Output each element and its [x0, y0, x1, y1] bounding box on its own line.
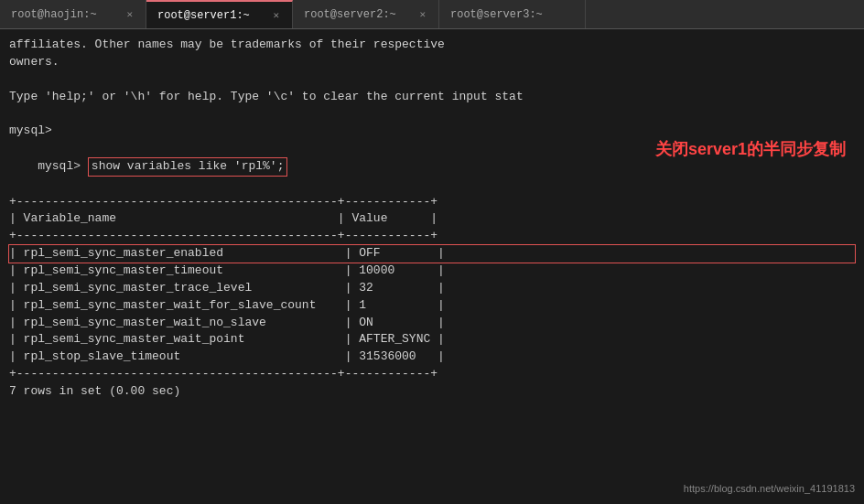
terminal-line-4: Type 'help;' or '\h' for help. Type '\c'… [9, 89, 855, 106]
table-header-row: | Variable_name | Value | [9, 210, 855, 228]
mysql-command: show variables like 'rpl%'; [88, 157, 288, 177]
tab-haojin-close[interactable]: ✕ [124, 8, 135, 20]
tab-server3[interactable]: root@server3:~ [439, 0, 586, 28]
table-sep-3: +---------------------------------------… [9, 366, 855, 383]
table-sep-2: +---------------------------------------… [9, 228, 855, 245]
table-row-5: | rpl_stop_slave_timeout | 31536000 | [9, 349, 855, 366]
table-row-4: | rpl_semi_sync_master_wait_point | AFTE… [9, 331, 855, 349]
annotation-text: 关闭server1的半同步复制 [655, 137, 846, 161]
tab-server3-label: root@server3:~ [450, 8, 574, 21]
terminal-content: affiliates. Other names may be trademark… [0, 29, 864, 504]
tab-bar: root@haojin:~ ✕ root@server1:~ ✕ root@se… [0, 0, 864, 29]
tab-server2-label: root@server2:~ [304, 8, 410, 21]
terminal-line-2: owners. [9, 54, 855, 71]
tab-haojin-label: root@haojin:~ [11, 8, 117, 21]
table-row-highlighted: | rpl_semi_sync_master_enabled | OFF | [9, 245, 855, 263]
terminal-line-5 [9, 105, 855, 123]
tab-server1[interactable]: root@server1:~ ✕ [146, 0, 293, 28]
table-row-1: | rpl_semi_sync_master_trace_level | 32 … [9, 280, 855, 297]
table-row-0: | rpl_semi_sync_master_timeout | 10000 | [9, 263, 855, 280]
table-sep-1: +---------------------------------------… [9, 194, 855, 211]
table-row-2: | rpl_semi_sync_master_wait_for_slave_co… [9, 297, 855, 315]
tab-server1-label: root@server1:~ [157, 9, 264, 22]
terminal-line-3 [9, 71, 855, 89]
tab-server2-close[interactable]: ✕ [417, 8, 427, 20]
mysql-prompt: mysql> [38, 159, 88, 173]
watermark: https://blog.csdn.net/weixin_41191813 [684, 482, 855, 497]
tab-server2[interactable]: root@server2:~ ✕ [293, 0, 439, 28]
table-row-3: | rpl_semi_sync_master_wait_no_slave | O… [9, 315, 855, 332]
tab-haojin[interactable]: root@haojin:~ ✕ [0, 0, 146, 28]
tab-server1-close[interactable]: ✕ [271, 9, 281, 21]
terminal-line-1: affiliates. Other names may be trademark… [9, 37, 855, 54]
terminal-footer: 7 rows in set (0.00 sec) [9, 383, 855, 401]
mysql-table-area: +---------------------------------------… [9, 194, 855, 383]
